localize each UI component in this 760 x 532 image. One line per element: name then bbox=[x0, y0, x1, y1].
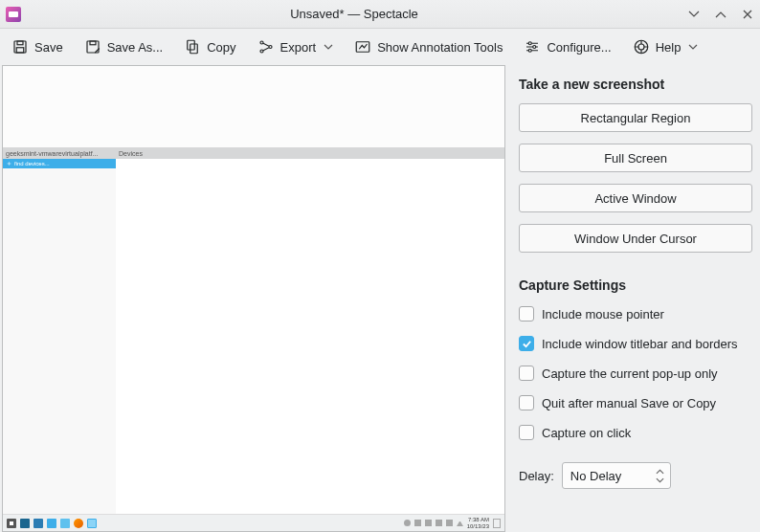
preview-col1-header: geeksmint-vmwarevirtualplatf... bbox=[3, 150, 116, 157]
system-tray: 7:38 AM 10/13/23 bbox=[404, 517, 501, 530]
annotate-label: Show Annotation Tools bbox=[377, 40, 503, 55]
kde-icon bbox=[7, 519, 16, 528]
save-label: Save bbox=[34, 40, 63, 55]
check-label: Quit after manual Save or Copy bbox=[542, 395, 720, 411]
export-label: Export bbox=[280, 40, 317, 55]
chevron-down-icon bbox=[324, 42, 333, 52]
save-as-label: Save As... bbox=[107, 40, 164, 55]
delay-row: Delay: No Delay bbox=[519, 462, 752, 489]
checkbox-unchecked-icon bbox=[519, 306, 534, 321]
active-taskbar-app-icon bbox=[87, 519, 97, 528]
check-label: Include mouse pointer bbox=[542, 306, 668, 322]
annotate-icon bbox=[354, 38, 371, 55]
svg-rect-4 bbox=[90, 41, 96, 45]
help-button[interactable]: Help bbox=[631, 34, 701, 59]
save-button[interactable]: Save bbox=[10, 34, 65, 59]
save-as-icon bbox=[84, 38, 101, 55]
checkbox-unchecked-icon bbox=[519, 425, 534, 440]
rectangular-region-button[interactable]: Rectangular Region bbox=[519, 103, 752, 132]
tray-expand-icon bbox=[457, 520, 463, 526]
main-area: geeksmint-vmwarevirtualplatf... Devices … bbox=[0, 65, 760, 532]
configure-icon bbox=[524, 38, 541, 55]
screenshot-preview: geeksmint-vmwarevirtualplatf... Devices … bbox=[2, 65, 505, 532]
spin-down-icon[interactable] bbox=[656, 477, 664, 483]
svg-point-13 bbox=[529, 49, 532, 52]
configure-label: Configure... bbox=[547, 40, 611, 55]
capture-settings-title: Capture Settings bbox=[519, 277, 752, 293]
preview-col2-header: Devices bbox=[116, 150, 143, 157]
checkbox-checked-icon bbox=[519, 336, 534, 351]
dolphin-icon bbox=[47, 519, 56, 528]
delay-label: Delay: bbox=[519, 469, 554, 483]
volume-icon bbox=[414, 520, 421, 526]
tray-icon bbox=[446, 520, 453, 526]
folder-icon bbox=[60, 519, 70, 528]
preview-taskbar: 7:38 AM 10/13/23 bbox=[3, 514, 504, 531]
maximize-button[interactable] bbox=[714, 8, 727, 21]
delay-spinbox[interactable]: No Delay bbox=[562, 462, 671, 489]
capture-popup-checkbox[interactable]: Capture the current pop-up only bbox=[519, 366, 752, 382]
taskbar-app-icon bbox=[20, 519, 30, 528]
export-button[interactable]: Export bbox=[256, 34, 336, 59]
configure-button[interactable]: Configure... bbox=[522, 34, 613, 59]
preview-find-devices-row: ＋ find devices... bbox=[3, 159, 116, 168]
preview-main-panel bbox=[116, 159, 504, 514]
copy-button[interactable]: Copy bbox=[182, 34, 237, 59]
checkbox-unchecked-icon bbox=[519, 395, 534, 410]
svg-point-7 bbox=[260, 41, 263, 44]
check-label: Include window titlebar and borders bbox=[542, 336, 742, 352]
copy-label: Copy bbox=[207, 40, 235, 55]
chevron-down-icon bbox=[688, 42, 698, 52]
preview-sidebar: ＋ find devices... bbox=[3, 159, 116, 514]
active-window-button[interactable]: Active Window bbox=[519, 184, 752, 212]
help-label: Help bbox=[656, 40, 682, 55]
svg-rect-1 bbox=[17, 41, 23, 45]
svg-rect-2 bbox=[16, 48, 24, 53]
svg-point-15 bbox=[638, 44, 644, 50]
check-label: Capture the current pop-up only bbox=[542, 366, 722, 382]
window-controls bbox=[687, 8, 754, 21]
clock: 7:38 AM 10/13/23 bbox=[467, 517, 489, 530]
spin-arrows bbox=[656, 469, 664, 483]
sidebar-title: Take a new screenshot bbox=[519, 77, 752, 92]
spin-up-icon[interactable] bbox=[656, 469, 664, 476]
check-label: Capture on click bbox=[542, 425, 635, 441]
clock-time: 7:38 AM bbox=[467, 517, 489, 523]
firefox-icon bbox=[74, 519, 83, 528]
spectacle-app-icon bbox=[6, 7, 21, 22]
window-under-cursor-button[interactable]: Window Under Cursor bbox=[519, 224, 752, 253]
svg-rect-5 bbox=[188, 40, 195, 50]
window-title: Unsaved* — Spectacle bbox=[21, 7, 687, 21]
quit-after-save-checkbox[interactable]: Quit after manual Save or Copy bbox=[519, 395, 752, 411]
svg-point-9 bbox=[260, 50, 263, 53]
titlebar: Unsaved* — Spectacle bbox=[0, 0, 760, 29]
svg-rect-6 bbox=[190, 44, 198, 54]
export-icon bbox=[257, 38, 275, 55]
tray-icon bbox=[404, 520, 411, 526]
include-mouse-pointer-checkbox[interactable]: Include mouse pointer bbox=[519, 306, 752, 322]
minimize-button[interactable] bbox=[687, 8, 701, 21]
show-desktop-icon bbox=[493, 519, 501, 528]
toolbar: Save Save As... Copy Export Show Annotat… bbox=[0, 29, 760, 65]
help-icon bbox=[633, 38, 650, 55]
taskbar-app-icon bbox=[34, 519, 43, 528]
save-as-button[interactable]: Save As... bbox=[82, 34, 166, 59]
annotation-tools-button[interactable]: Show Annotation Tools bbox=[352, 34, 504, 59]
save-icon bbox=[11, 38, 29, 55]
plus-icon: ＋ bbox=[6, 159, 12, 168]
copy-icon bbox=[184, 38, 201, 55]
tray-icon bbox=[436, 520, 442, 526]
svg-point-12 bbox=[533, 46, 536, 49]
preview-content: geeksmint-vmwarevirtualplatf... Devices … bbox=[3, 66, 504, 531]
capture-on-click-checkbox[interactable]: Capture on click bbox=[519, 425, 752, 441]
include-titlebar-checkbox[interactable]: Include window titlebar and borders bbox=[519, 336, 752, 352]
checkbox-unchecked-icon bbox=[519, 366, 534, 381]
svg-point-11 bbox=[529, 42, 532, 45]
full-screen-button[interactable]: Full Screen bbox=[519, 144, 752, 172]
taskbar-icons bbox=[7, 519, 97, 528]
preview-table-header: geeksmint-vmwarevirtualplatf... Devices bbox=[3, 147, 504, 159]
delay-value: No Delay bbox=[570, 469, 656, 483]
svg-point-8 bbox=[269, 46, 272, 49]
clock-date: 10/13/23 bbox=[467, 523, 489, 530]
close-button[interactable] bbox=[741, 8, 754, 21]
